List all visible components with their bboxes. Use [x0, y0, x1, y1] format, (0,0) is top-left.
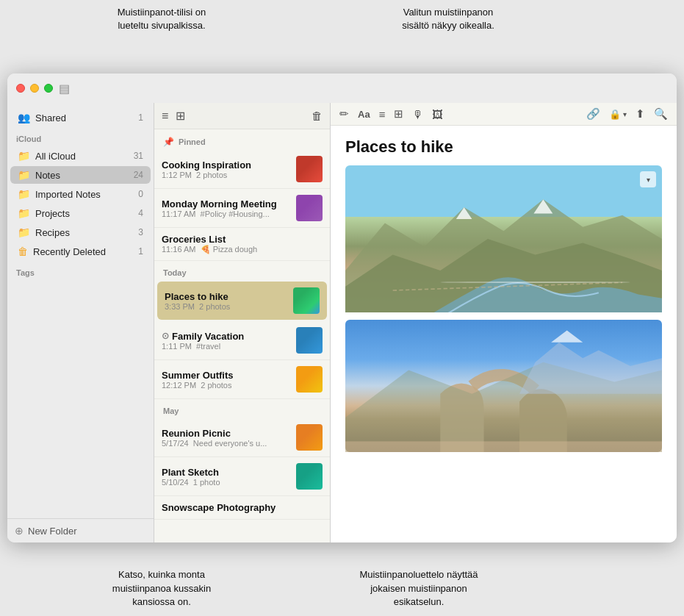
edit-icon[interactable]: ✏	[339, 107, 349, 121]
table-icon[interactable]: ⊞	[394, 107, 403, 121]
callout-top-right: Valitun muistiinpanon sisältö näkyy oike…	[375, 6, 522, 32]
search-icon[interactable]: 🔍	[654, 107, 668, 121]
sidebar-item-recipes-count: 3	[138, 227, 143, 237]
sidebar-item-all-icloud[interactable]: 📁 All iCloud 31	[10, 147, 151, 165]
minimize-button[interactable]	[30, 84, 39, 93]
list-format-icon[interactable]: ≡	[379, 108, 386, 121]
detail-toolbar: ✏ Aa ≡ ⊞ 🎙 🖼 🔗 🔒 ▾ ⬆ 🔍	[331, 103, 677, 126]
sidebar-item-projects-count: 4	[138, 208, 143, 218]
lock-icon: 🔒	[609, 109, 621, 120]
shared-note-icon: ⊙	[162, 331, 169, 341]
sidebar-item-all-icloud-label: All iCloud	[35, 151, 134, 162]
sidebar-item-notes-label: Notes	[35, 170, 134, 181]
lock-dropdown-icon: ▾	[623, 110, 627, 118]
note-item-places-hike[interactable]: Places to hike 3:33 PM 2 photos	[157, 282, 327, 320]
sidebar-item-recently-deleted-count: 1	[138, 246, 143, 257]
notes-list-body: 📌 Pinned Cooking Inspiration 1:12 PM 2 p…	[154, 129, 330, 542]
note-meta-places-hike: 3:33 PM 2 photos	[165, 302, 287, 311]
sidebar-item-recipes[interactable]: 📁 Recipes 3	[10, 223, 151, 241]
collapse-photo-button[interactable]: ▾	[640, 171, 656, 187]
note-info-groceries: Groceries List 11:16 AM 🍕 Pizza dough	[162, 234, 323, 254]
sidebar-item-projects[interactable]: 📁 Projects 4	[10, 204, 151, 222]
note-title-snowscape: Snowscape Photography	[162, 502, 323, 513]
photo-wrapper-1: ▾	[345, 165, 662, 312]
svg-marker-7	[519, 343, 662, 394]
detail-content: Places to hike	[331, 126, 677, 542]
note-title-groceries: Groceries List	[162, 234, 323, 245]
note-meta-family-vacation: 1:11 PM #travel	[162, 342, 290, 351]
note-title-cooking: Cooking Inspiration	[162, 160, 290, 171]
sidebar-item-projects-label: Projects	[35, 208, 138, 219]
note-item-plant-sketch[interactable]: Plant Sketch 5/10/24 1 photo	[154, 457, 330, 496]
sidebar-item-shared-label: Shared	[35, 112, 138, 123]
audio-icon[interactable]: 🎙	[412, 108, 423, 121]
app-window: ▤ 👥 Shared 1 iCloud 📁 All iCloud 31 📁 N	[7, 74, 677, 542]
shared-icon: 👥	[18, 112, 30, 123]
projects-icon: 📁	[18, 207, 30, 219]
grid-view-icon[interactable]: ⊞	[176, 109, 185, 123]
note-item-reunion-picnic[interactable]: Reunion Picnic 5/17/24 Need everyone's u…	[154, 418, 330, 457]
close-button[interactable]	[16, 84, 25, 93]
note-info-family-vacation: ⊙ Family Vacation 1:11 PM #travel	[162, 331, 290, 351]
photo-wrapper-2	[345, 320, 662, 452]
sidebar-item-imported-notes-count: 0	[138, 189, 143, 199]
note-meta-meeting: 11:17 AM #Policy #Housing...	[162, 209, 290, 218]
note-thumb-cooking	[296, 156, 323, 182]
note-info-summer-outfits: Summer Outfits 12:12 PM 2 photos	[162, 370, 290, 390]
note-info-cooking: Cooking Inspiration 1:12 PM 2 photos	[162, 160, 290, 179]
tags-section-label: Tags	[7, 261, 154, 280]
today-group-label: Today	[154, 261, 330, 280]
pin-icon: 📌	[163, 137, 174, 147]
note-thumb-reunion-picnic	[296, 424, 323, 451]
recently-deleted-icon: 🗑	[18, 246, 28, 257]
all-icloud-icon: 📁	[18, 150, 30, 162]
note-meta-summer-outfits: 12:12 PM 2 photos	[162, 381, 290, 390]
sidebar-item-shared[interactable]: 👥 Shared 1	[10, 109, 151, 126]
note-item-groceries[interactable]: Groceries List 11:16 AM 🍕 Pizza dough	[154, 228, 330, 261]
sidebar-item-recently-deleted[interactable]: 🗑 Recently Deleted 1	[10, 243, 151, 260]
note-detail: ✏ Aa ≡ ⊞ 🎙 🖼 🔗 🔒 ▾ ⬆ 🔍 Places to hike	[331, 103, 677, 542]
callout-bottom-left: Katso, kuinka monta muistiinpanoa kussak…	[96, 568, 228, 609]
share-icon[interactable]: ⬆	[636, 107, 645, 121]
note-meta-reunion-picnic: 5/17/24 Need everyone's u...	[162, 439, 290, 448]
note-title-summer-outfits: Summer Outfits	[162, 370, 290, 381]
note-title-family-vacation: ⊙ Family Vacation	[162, 331, 290, 342]
may-group-label: May	[154, 399, 330, 418]
note-thumb-summer-outfits	[296, 366, 323, 393]
sidebar-item-recently-deleted-label: Recently Deleted	[33, 246, 138, 257]
font-icon[interactable]: Aa	[358, 109, 370, 120]
note-item-summer-outfits[interactable]: Summer Outfits 12:12 PM 2 photos	[154, 360, 330, 399]
note-item-meeting[interactable]: Monday Morning Meeting 11:17 AM #Policy …	[154, 189, 330, 228]
callout-bottom-right: Muistiinpanoluettelo näyttää jokaisen mu…	[338, 568, 500, 609]
recipes-icon: 📁	[18, 226, 30, 238]
sidebar-item-notes[interactable]: 📁 Notes 24	[10, 166, 151, 184]
note-title-places-hike: Places to hike	[165, 291, 287, 302]
note-item-family-vacation[interactable]: ⊙ Family Vacation 1:11 PM #travel	[154, 321, 330, 360]
svg-rect-9	[345, 441, 662, 452]
note-info-places-hike: Places to hike 3:33 PM 2 photos	[165, 291, 287, 311]
note-info-snowscape: Snowscape Photography	[162, 502, 323, 513]
plus-icon: ⊕	[15, 525, 24, 537]
traffic-lights	[16, 84, 53, 93]
notes-icon: 📁	[18, 169, 30, 181]
note-info-plant-sketch: Plant Sketch 5/10/24 1 photo	[162, 467, 290, 487]
imported-notes-icon: 📁	[18, 188, 30, 200]
new-folder-button[interactable]: ⊕ New Folder	[7, 518, 154, 542]
delete-note-icon[interactable]: 🗑	[312, 110, 323, 122]
list-view-icon[interactable]: ≡	[162, 110, 168, 123]
lock-button[interactable]: 🔒 ▾	[609, 109, 627, 120]
link-icon[interactable]: 🔗	[586, 107, 600, 121]
note-info-reunion-picnic: Reunion Picnic 5/17/24 Need everyone's u…	[162, 428, 290, 448]
sidebar-toggle-button[interactable]: ▤	[59, 82, 70, 96]
sidebar-item-notes-count: 24	[134, 170, 143, 180]
callout-top-left: Muistiinpanot-tilisi on lueteltu sivupal…	[103, 6, 220, 32]
media-insert-icon[interactable]: 🖼	[432, 108, 443, 121]
hike-photo-1	[345, 165, 662, 312]
maximize-button[interactable]	[44, 84, 53, 93]
note-item-snowscape[interactable]: Snowscape Photography	[154, 496, 330, 520]
note-item-cooking[interactable]: Cooking Inspiration 1:12 PM 2 photos	[154, 150, 330, 189]
note-thumb-places-hike	[293, 287, 320, 314]
note-info-meeting: Monday Morning Meeting 11:17 AM #Policy …	[162, 198, 290, 218]
sidebar-item-imported-notes[interactable]: 📁 Imported Notes 0	[10, 185, 151, 203]
svg-marker-8	[551, 331, 583, 343]
